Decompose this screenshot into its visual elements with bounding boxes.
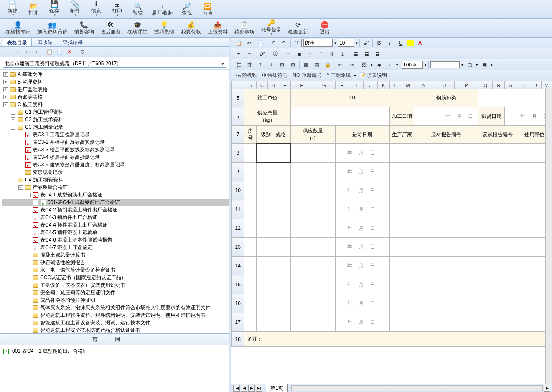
data-cell[interactable] [290, 294, 335, 313]
预览-button[interactable]: 🔍预览 [128, 1, 148, 18]
tree-node[interactable]: 水、电、燃气等计量设备检定证书 [2, 266, 229, 274]
ins-col-icon[interactable]: ⤒ [256, 61, 265, 69]
collapse-icon[interactable]: - [3, 102, 8, 107]
查找-button[interactable]: 🔎查找 [177, 1, 197, 18]
col-header[interactable]: P [454, 81, 478, 89]
tree-node[interactable]: 气体灭火系统、泡沫灭火系统相关组件符合市场准入制度要求的有效证明文件 [2, 304, 229, 311]
special-char-button[interactable]: Φ 特殊符号 [260, 72, 289, 79]
技巧集锦-button[interactable]: 💡技巧集锦 [151, 20, 177, 36]
data-cell[interactable] [414, 144, 478, 163]
data-cell[interactable]: 年 月 日 [335, 313, 389, 332]
data-cell[interactable] [414, 238, 478, 257]
brush-icon[interactable]: 🖌 [361, 39, 371, 47]
data-cell[interactable] [478, 219, 517, 238]
data-cell[interactable] [290, 163, 335, 181]
data-cell[interactable]: 年 月 日 [335, 144, 389, 163]
data-cell[interactable] [244, 313, 257, 332]
data-cell[interactable]: 年 月 日 [335, 163, 389, 181]
underline-icon[interactable]: U [396, 39, 405, 47]
col-header[interactable]: F [290, 81, 313, 89]
data-cell[interactable] [244, 144, 257, 163]
展开/收起-button[interactable]: ↕展开/收起 [149, 1, 176, 18]
data-cell[interactable] [389, 275, 414, 294]
data-cell[interactable] [389, 181, 414, 200]
tree-node[interactable]: -产品质量合格证 [2, 183, 229, 191]
row-header[interactable]: 14 [232, 257, 244, 275]
data-cell[interactable] [478, 144, 517, 163]
circled-icon[interactable]: Ⓘ [271, 50, 280, 58]
data-cell[interactable] [244, 294, 257, 313]
加入资料员群-button[interactable]: 👥加入资料员群 [34, 20, 70, 36]
cell-label[interactable]: 备注： [244, 332, 552, 347]
border2-icon[interactable]: ▣ [480, 61, 489, 69]
tree-node[interactable]: +台账类表格 [2, 93, 229, 101]
row-header[interactable]: 6 [232, 107, 244, 126]
cut-icon[interactable]: ✂ [245, 39, 254, 47]
copy-icon[interactable]: 📋 [46, 48, 53, 56]
tree-node[interactable]: 安全阀、减压阀等的定压证明文件 [2, 289, 229, 296]
tab-next-icon[interactable]: ▶ [248, 385, 255, 392]
打印-button[interactable]: 🖨打印 [107, 1, 127, 18]
data-cell[interactable] [414, 294, 478, 313]
tree-node[interactable]: 表C3-2 基槽平面及标高实测记录 [2, 138, 229, 146]
tree-node[interactable]: 表C4-5 预拌混凝土运输单 [2, 229, 229, 236]
fill-instruction-button[interactable]: 📝 填表说明 [358, 72, 389, 79]
col-header[interactable]: N [414, 81, 434, 89]
col-header[interactable]: M [402, 81, 414, 89]
expand-icon[interactable]: + [3, 87, 8, 92]
filter-icon[interactable]: ▽ [79, 48, 86, 56]
collapse-icon[interactable]: - [18, 185, 23, 190]
data-cell[interactable]: 年 月 日 [335, 294, 389, 313]
delete-icon[interactable]: ✕ [66, 48, 73, 56]
row-header[interactable]: 16 [232, 294, 244, 313]
col-header[interactable]: Q [478, 81, 493, 89]
tab-first-icon[interactable]: |◀ [233, 385, 240, 392]
data-cell[interactable] [478, 163, 517, 181]
在线课堂-button[interactable]: 🎓在线课堂 [125, 20, 150, 36]
data-cell[interactable] [414, 219, 478, 238]
row-header[interactable]: 18 [232, 332, 244, 347]
row-header[interactable]: 5 [232, 89, 244, 107]
data-cell[interactable] [389, 313, 414, 332]
expand-icon[interactable]: + [3, 72, 8, 77]
tree-node[interactable]: -C 施工资料 [2, 101, 229, 108]
新建-button[interactable]: 📄新建 [3, 1, 23, 18]
tree-node[interactable]: 智能建筑工程软件资料、程序结构说明、安装调试说明、使用和维护说明书 [2, 311, 229, 319]
align-bot-icon[interactable]: ⤓ [338, 50, 347, 58]
tree-node[interactable]: 砂石碱活性检测报告 [2, 259, 229, 266]
tab-end-icon[interactable]: ▶ [544, 385, 550, 392]
data-cell[interactable] [389, 200, 414, 219]
tree-node[interactable]: 表C4-6 混凝土基本性能试验报告 [2, 236, 229, 244]
merge-icon[interactable]: ⊞ [277, 61, 287, 69]
grid2-icon[interactable]: ▤ [312, 61, 321, 69]
size-combo[interactable] [338, 39, 354, 47]
tree-node[interactable]: 主要设备（仪器仪表）安装使用说明书 [2, 281, 229, 289]
保存-button[interactable]: 💾保存 [44, 1, 64, 18]
tree-node[interactable]: +C2 施工技术资料 [2, 116, 229, 123]
我要付款-button[interactable]: 💰我要付款 [178, 20, 204, 36]
align-center-icon[interactable]: ≣ [295, 50, 304, 58]
tree-node[interactable]: +C1 施工管理资料 [2, 108, 229, 116]
tree-node[interactable]: 智能建筑工程安全技术防范产品合格认证证书 [2, 326, 229, 333]
data-cell[interactable] [414, 313, 478, 332]
redo-icon[interactable]: ↷ [280, 39, 289, 47]
tree-node[interactable]: 表C3-3 楼层平面放线及标高实测记录 [2, 146, 229, 153]
spreadsheet[interactable]: BCDEFGHIJKLMNOPQRSTUV5施工单位111钢筋种类6供应总量 （… [231, 81, 552, 384]
row-header[interactable]: 7 [232, 126, 244, 144]
highlight-icon[interactable] [407, 40, 414, 46]
copy-icon[interactable]: 📋 [234, 39, 243, 47]
nav-back-icon[interactable]: ← [3, 48, 10, 56]
data-cell[interactable] [244, 219, 257, 238]
data-cell[interactable] [290, 200, 335, 219]
superscript-icon[interactable]: b² [258, 50, 267, 58]
data-cell[interactable] [290, 257, 335, 275]
tab-prev-icon[interactable]: ◀ [241, 385, 247, 392]
tree-node[interactable]: CCC认证证书（国家规定的认证产品） [2, 274, 229, 281]
data-cell[interactable] [290, 144, 335, 163]
data-cell[interactable] [290, 219, 335, 238]
附件-button[interactable]: 📎附件 [65, 1, 85, 18]
data-cell[interactable]: 年 月 日 [335, 219, 389, 238]
row-header[interactable]: 9 [232, 163, 244, 181]
data-cell[interactable]: 年 月 日 [335, 257, 389, 275]
image-icon[interactable]: 🖼 [360, 61, 369, 69]
